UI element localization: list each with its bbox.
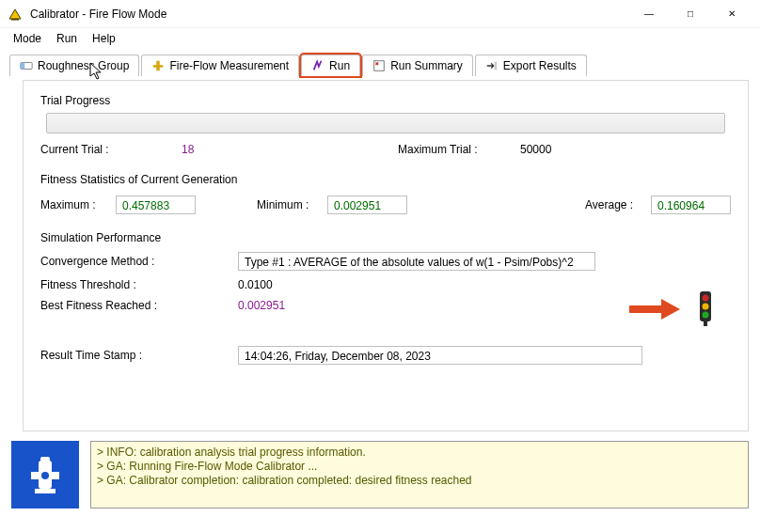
log-output[interactable]: INFO: calibration analysis trial progres… — [90, 441, 749, 509]
tab-run-summary[interactable]: Run Summary — [362, 55, 473, 76]
tab-summary-label: Run Summary — [390, 58, 463, 73]
fitness-avg-value: 0.160964 — [651, 196, 731, 214]
bottom-area: INFO: calibration analysis trial progres… — [0, 441, 760, 509]
roughness-icon — [20, 59, 33, 72]
tab-strip: Roughness Group Fire-Flow Measurement Ru… — [0, 49, 760, 76]
app-icon — [8, 7, 23, 22]
trial-progress-bar — [46, 113, 725, 133]
menu-run[interactable]: Run — [49, 30, 85, 47]
svg-rect-17 — [52, 472, 59, 479]
svg-rect-13 — [704, 321, 707, 326]
svg-point-19 — [41, 472, 49, 479]
best-fitness-value: 0.002951 — [238, 299, 285, 312]
tab-run-label: Run — [329, 58, 350, 73]
svg-point-10 — [703, 295, 709, 302]
close-button[interactable]: ✕ — [711, 1, 752, 27]
fitness-max-value: 0.457883 — [116, 196, 196, 214]
svg-rect-15 — [35, 489, 55, 493]
menu-help[interactable]: Help — [85, 30, 123, 47]
svg-rect-16 — [31, 472, 39, 479]
svg-point-12 — [703, 312, 709, 319]
svg-marker-8 — [661, 299, 680, 320]
menu-mode[interactable]: Mode — [6, 30, 49, 47]
window-title: Calibrator - Fire Flow Mode — [30, 8, 628, 21]
fitness-section-title: Fitness Statistics of Current Generation — [40, 173, 731, 186]
svg-rect-3 — [21, 63, 24, 70]
convergence-label: Convergence Method : — [40, 255, 238, 268]
fitness-min-value: 0.002951 — [327, 196, 407, 214]
log-line: GA: Running Fire-Flow Mode Calibrator ..… — [97, 460, 742, 474]
main-panel: Trial Progress Current Trial : 18 Maximu… — [23, 80, 749, 431]
traffic-light-icon — [695, 289, 716, 330]
annotation-arrow-icon — [629, 297, 680, 321]
svg-rect-18 — [40, 457, 50, 462]
summary-icon — [372, 59, 386, 72]
timestamp-value: 14:04:26, Friday, December 08, 2023 — [238, 346, 642, 365]
tab-roughness-label: Roughness Group — [38, 58, 129, 73]
svg-rect-1 — [11, 19, 19, 21]
fitness-max-label: Maximum : — [40, 198, 116, 211]
tab-fireflow-measurement[interactable]: Fire-Flow Measurement — [141, 55, 299, 76]
best-fitness-label: Best Fitness Reached : — [40, 299, 238, 312]
fitness-min-label: Minimum : — [257, 198, 327, 211]
max-trial-label: Maximum Trial : — [398, 143, 520, 156]
tab-roughness-group[interactable]: Roughness Group — [9, 55, 139, 76]
svg-point-11 — [703, 304, 709, 310]
threshold-value: 0.0100 — [238, 278, 273, 291]
maximize-button[interactable]: □ — [670, 1, 711, 27]
timestamp-label: Result Time Stamp : — [40, 349, 238, 362]
sim-section-title: Simulation Performance — [40, 231, 731, 244]
convergence-value: Type #1 : AVERAGE of the absolute values… — [238, 252, 595, 271]
log-line: GA: Calibrator completion: calibration c… — [97, 474, 742, 488]
log-line: INFO: calibration analysis trial progres… — [97, 446, 742, 460]
trial-progress-title: Trial Progress — [40, 94, 731, 107]
menu-bar: Mode Run Help — [0, 28, 760, 49]
window-titlebar: Calibrator - Fire Flow Mode — □ ✕ — [0, 0, 760, 28]
tab-fireflow-label: Fire-Flow Measurement — [169, 58, 289, 73]
tab-export-label: Export Results — [503, 58, 577, 73]
svg-rect-6 — [374, 61, 385, 71]
tab-export-results[interactable]: Export Results — [475, 55, 587, 76]
run-icon — [311, 59, 325, 72]
svg-rect-7 — [494, 62, 497, 70]
max-trial-value: 50000 — [520, 143, 551, 156]
tab-run[interactable]: Run — [301, 55, 360, 76]
hydrant-icon — [11, 441, 79, 509]
fitness-avg-label: Average : — [585, 198, 651, 211]
svg-marker-0 — [9, 9, 21, 19]
threshold-label: Fitness Threshold : — [40, 278, 238, 291]
current-trial-label: Current Trial : — [40, 143, 182, 156]
current-trial-value: 18 — [182, 143, 398, 156]
minimize-button[interactable]: — — [628, 1, 670, 27]
export-icon — [485, 59, 499, 72]
svg-rect-5 — [153, 65, 164, 68]
fireflow-icon — [151, 59, 165, 72]
